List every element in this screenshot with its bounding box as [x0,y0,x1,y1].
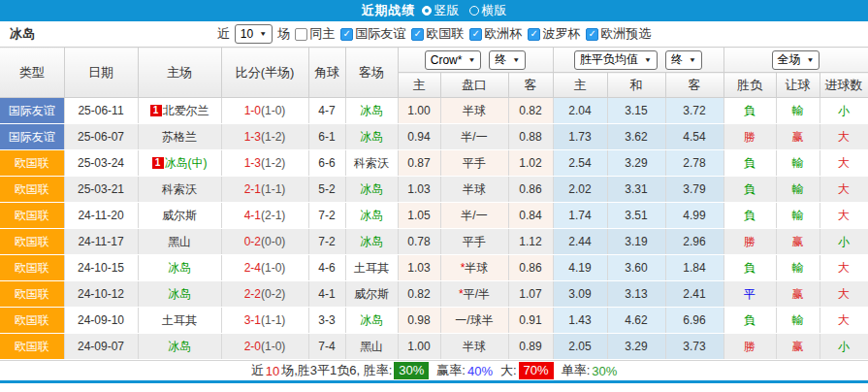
eu-draw-odds-cell: 3.13 [607,281,665,308]
away-team-name: 土耳其 [354,261,389,275]
asia-away-odds-cell: 1.12 [508,229,553,255]
away-team-name: 威尔斯 [354,287,389,301]
handicap-cell: 半球 [440,334,508,360]
result-wdl-cell: 負 [723,308,776,334]
filter-option[interactable]: ✓国际友谊 [340,25,405,43]
result-handicap-cell: 輸 [776,203,820,229]
asia-home-odds-cell: 0.87 [398,150,440,177]
away-team-name: 科索沃 [354,156,389,170]
match-count-select[interactable]: 10 ▼ [235,24,273,44]
filter-option[interactable]: ✓欧洲杯 [469,25,522,43]
asia-odds-time-value: 终 [495,51,506,68]
asia-away-odds-cell: 0.88 [508,124,553,150]
subheader-result-goals: 进球数 [820,73,868,98]
eu-home-odds-cell: 2.44 [553,229,607,255]
full-time-score: 1-3 [244,130,261,144]
date-cell: 25-06-11 [64,98,138,124]
filter-option-label: 欧洲预选 [600,25,651,43]
asia-home-odds-cell: 1.03 [398,177,440,203]
filter-option-label: 同主 [309,25,335,43]
checkbox-icon[interactable]: ✓ [586,28,598,41]
layout-radio-option[interactable]: 竖版 [422,2,460,19]
eu-away-odds-cell: 6.96 [665,308,723,334]
result-handicap-cell: 赢 [776,229,820,255]
checkbox-icon[interactable]: ✓ [469,28,482,41]
eu-odds-time-select[interactable]: 终 ▼ [665,50,702,70]
half-time-score: (0-2) [261,287,285,301]
away-team-cell: 黑山 [345,334,398,360]
full-time-score: 2-1 [244,182,261,196]
filter-option[interactable]: ✓波罗杯 [528,25,580,43]
score-cell: 1-3(1-2) [221,124,308,150]
handicap-name: 平手 [463,156,486,170]
recent-label: 近 [217,25,230,43]
radio-icon[interactable] [469,6,479,16]
corner-cell: 4-7 [308,98,345,124]
score-cell: 3-1(1-1) [221,308,308,334]
score-cell: 1-0(1-0) [221,98,308,124]
radio-icon[interactable] [422,6,432,16]
table-row: 欧国联24-09-10土耳其3-1(1-1)3-3冰岛0.98一/球半0.911… [0,308,868,334]
home-team-name: 科索沃 [162,182,197,196]
eu-home-odds-cell: 1.74 [553,203,607,229]
home-team-cell: 威尔斯 [138,203,221,229]
table-row: 欧国联25-03-241冰岛(中)1-3(1-2)6-6科索沃0.87平手1.0… [0,150,868,177]
handicap-name: 一/球半 [455,313,493,327]
score-cell: 2-2(0-2) [221,281,308,308]
away-team-cell: 威尔斯 [345,281,398,308]
eu-away-odds-cell: 3.73 [665,334,723,360]
filter-option[interactable]: 同主 [295,25,335,43]
layout-radio-label: 竖版 [434,2,460,19]
eu-odds-group-header: 胜平负均值 ▼ 终 ▼ [553,48,723,73]
result-handicap-cell: 輸 [776,177,820,203]
asia-odds-time-select[interactable]: 终 ▼ [489,50,526,70]
date-cell: 25-06-07 [64,124,138,150]
home-team-cell: 1冰岛(中) [138,150,221,177]
subheader-asia-home: 主 [398,73,440,98]
filter-option[interactable]: ✓欧洲预选 [586,25,651,43]
date-cell: 25-03-21 [64,177,138,203]
filter-option[interactable]: ✓欧国联 [411,25,464,43]
asia-away-odds-cell: 0.91 [508,308,553,334]
result-handicap-cell: 赢 [776,124,820,150]
handicap-name: 半球 [463,104,486,117]
table-row: 欧国联24-10-12冰岛2-2(0-2)4-1威尔斯0.82*平/半1.073… [0,281,868,308]
layout-radio-option[interactable]: 横版 [469,2,507,19]
summary-recent-label: 近 [251,362,264,379]
asia-away-odds-cell: 0.86 [508,255,553,281]
corner-cell: 6-6 [308,150,345,177]
result-goals-cell: 大 [820,124,868,150]
handicap-name: 平/半 [464,287,490,301]
corner-cell: 7-2 [308,229,345,255]
chevron-down-icon: ▼ [689,56,696,63]
eu-draw-odds-cell: 4.62 [607,308,665,334]
asia-home-odds-cell: 1.00 [398,334,440,360]
handicap-cell: 平手 [440,229,508,255]
result-wdl-cell: 平 [723,281,776,308]
checkbox-icon[interactable] [295,28,307,41]
result-goals-cell: 小 [820,334,868,360]
scope-select[interactable]: 全场 ▼ [772,50,820,70]
handicap-cell: 半/一 [440,124,508,150]
checkbox-icon[interactable]: ✓ [340,28,353,41]
single-rate-label: 单率: [562,362,591,379]
checkbox-icon[interactable]: ✓ [528,28,540,41]
type-cell: 国际友谊 [0,124,64,150]
filter-option-label: 欧国联 [426,25,464,43]
asia-away-odds-cell: 1.02 [508,150,553,177]
match-table: 类型 日期 主场 比分(半场) 角球 客场 Crow* ▼ 终 ▼ [0,47,868,360]
chevron-down-icon: ▼ [259,30,267,37]
result-goals-cell: 大 [820,308,868,334]
checkbox-icon[interactable]: ✓ [411,28,424,41]
eu-draw-odds-cell: 3.29 [607,334,665,360]
half-time-score: (1-0) [261,104,285,117]
home-team-name: 北爱尔兰 [163,104,209,117]
asia-home-odds-cell: 0.78 [398,229,440,255]
eu-away-odds-cell: 3.72 [665,98,723,124]
home-team-cell: 苏格兰 [138,124,221,150]
wdl-average-select[interactable]: 胜平负均值 ▼ [574,50,658,70]
table-row: 欧国联25-03-21科索沃2-1(1-1)5-2冰岛1.03半球0.862.0… [0,177,868,203]
asia-away-odds-cell: 0.82 [508,98,553,124]
away-team-name: 冰岛 [360,104,383,117]
bookmaker-select[interactable]: Crow* ▼ [425,50,482,70]
